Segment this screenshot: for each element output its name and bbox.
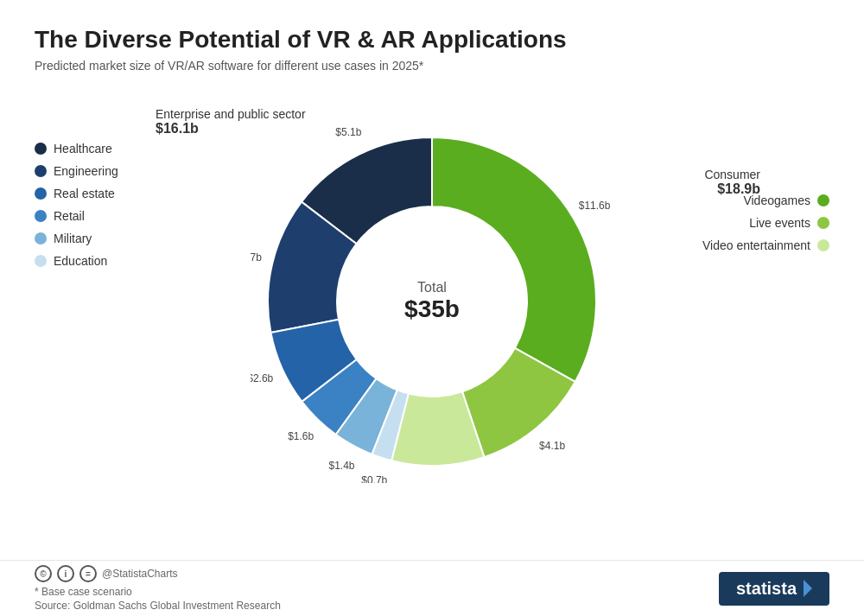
segment-value-label: $5.1b [335, 126, 361, 138]
cc-icon: © [35, 565, 52, 582]
legend-dot [35, 187, 47, 200]
legend-dot [35, 143, 47, 155]
legend-label: Video entertainment [702, 238, 810, 252]
legend-item-healthcare: Healthcare [35, 142, 118, 156]
legend-label: Engineering [54, 164, 118, 178]
legend-dot [35, 255, 47, 267]
footer-left: © i = @StatistaCharts * Base case scenar… [35, 565, 719, 612]
segment-value-label: $1.4b [328, 460, 354, 472]
legend-label: Healthcare [54, 142, 112, 156]
legend-item-retail: Retail [35, 209, 118, 223]
legend-item-videogames: Videogames [702, 194, 829, 207]
handle: @StatistaCharts [102, 568, 178, 580]
enterprise-value: $16.1b [156, 121, 199, 136]
legend-label: Live events [749, 216, 810, 230]
legend-item-engineering: Engineering [35, 164, 118, 178]
legend-item-education: Education [35, 254, 118, 268]
eq-icon: = [79, 565, 97, 582]
legend-label: Education [54, 254, 107, 268]
legend-item-military: Military [35, 232, 118, 245]
statista-text: statista [736, 579, 797, 599]
segment-value-label: $2.6b [251, 372, 274, 384]
legend-dot [817, 239, 829, 251]
main-container: The Diverse Potential of VR & AR Applica… [0, 0, 864, 616]
legend-item-live-events: Live events [702, 216, 829, 230]
legend-dot [35, 165, 47, 177]
consumer-label: Consumer $18.9b [704, 168, 760, 197]
chart-title: The Diverse Potential of VR & AR Applica… [35, 26, 829, 54]
chart-area: Enterprise and public sector $16.1b Cons… [35, 90, 829, 513]
legend-label: Videogames [743, 194, 810, 207]
footer: © i = @StatistaCharts * Base case scenar… [0, 560, 864, 616]
right-legend: VideogamesLive eventsVideo entertainment [702, 194, 829, 252]
statista-badge: statista [719, 572, 829, 606]
statista-arrow-icon [804, 580, 812, 597]
left-legend: HealthcareEngineeringReal estateRetailMi… [35, 142, 118, 268]
info-icon: i [57, 565, 74, 582]
segment-value-label: $1.6b [288, 430, 314, 442]
center-text: Total $35b [404, 280, 460, 323]
legend-label: Real estate [54, 187, 115, 200]
segment-value-label: $4.1b [539, 440, 565, 452]
legend-dot [35, 232, 47, 244]
total-value: $35b [404, 295, 460, 323]
legend-label: Retail [54, 209, 85, 223]
legend-item-real-estate: Real estate [35, 187, 118, 200]
legend-dot [817, 194, 829, 206]
segment-value-label: $11.6b [579, 200, 611, 212]
total-label: Total [404, 280, 460, 295]
legend-label: Military [54, 232, 92, 245]
segment-value-label: $0.7b [361, 474, 387, 483]
legend-dot [35, 210, 47, 222]
chart-subtitle: Predicted market size of VR/AR software … [35, 59, 829, 73]
footer-source: Source: Goldman Sachs Global Investment … [35, 600, 719, 612]
legend-dot [817, 217, 829, 229]
legend-item-video-entertainment: Video entertainment [702, 238, 829, 252]
footer-icons: © i = @StatistaCharts [35, 565, 719, 582]
donut-chart: $5.1b$4.7b$2.6b$1.6b$1.4b$0.7b$11.6b$4.1… [251, 120, 613, 483]
segment-value-label: $4.7b [251, 251, 262, 264]
footer-note: * Base case scenario [35, 586, 719, 598]
